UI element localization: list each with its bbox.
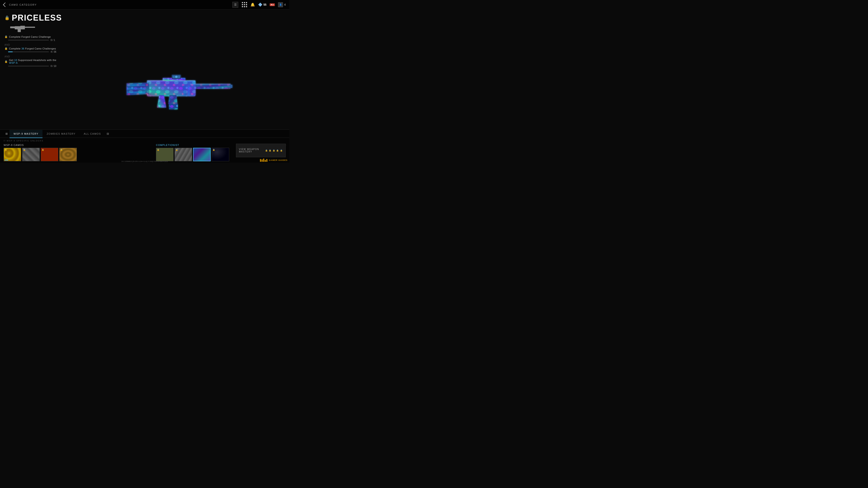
completionist-label: COMPLETIONIST (156, 144, 229, 147)
progress-bar-bg-3 (8, 66, 49, 66)
svg-rect-5 (20, 26, 25, 27)
back-arrow-icon (3, 2, 7, 7)
challenge-item-2: 🔒 Complete 36 Forged Camo Challenges 4 /… (4, 47, 63, 53)
svg-point-23 (175, 76, 178, 78)
cod-points: 55 (258, 3, 266, 7)
unlocks-header: // WSP-9 SPECIFIC UNLOCKS (4, 140, 286, 142)
page-title: CAMO CATEGORY (9, 3, 37, 6)
and-label-2: AND (4, 55, 63, 58)
weapon-preview-svg (113, 55, 244, 118)
header-right: ☰ 🔔 55 R3 👤 4 (232, 2, 286, 8)
challenge-text-1: Complete Forged Camo Challenge (9, 35, 51, 38)
weapon-icon (9, 24, 36, 33)
challenge-item-1: 🔒 Complete Forged Camo Challenge 0 / 1 (4, 35, 63, 41)
menu-icon[interactable]: ☰ (232, 2, 238, 8)
mastery-lock-4: 🔒 (276, 149, 279, 152)
notification-icon[interactable]: 🔔 (250, 2, 255, 7)
completionist-thumb-1[interactable]: 🔒 (156, 148, 174, 161)
tab-prev-arrow[interactable]: ⊞ (4, 132, 9, 135)
priceless-title-row: 🔒 PRICELESS (4, 13, 63, 23)
bottom-panel: ⊞ WSP-9 MASTERY ZOMBIES MASTERY ALL CAMO… (0, 129, 289, 163)
bar-1 (260, 159, 261, 162)
completionist-section: COMPLETIONIST 🔒 🔒 🔒 (156, 144, 229, 161)
camo-lock-4: 🔒 (60, 149, 63, 151)
svg-rect-27 (147, 80, 195, 81)
header: CAMO CATEGORY ☰ 🔔 55 R3 👤 4 (0, 0, 289, 9)
svg-rect-25 (188, 86, 190, 96)
camo-thumb-3[interactable]: 🔒 (41, 148, 58, 161)
tab-all-camos[interactable]: ALL CAMOS (80, 130, 105, 138)
svg-rect-1 (15, 26, 25, 29)
wsp9-camos-grid: 🔒 🔒 🔒 🔒 (4, 148, 151, 161)
player-info: 👤 4 (278, 2, 286, 7)
unlocks-row: WSP-9 CAMOS 🔒 🔒 🔒 🔒 (4, 144, 286, 161)
unlocks-section: // WSP-9 SPECIFIC UNLOCKS WSP-9 CAMOS 🔒 … (0, 138, 289, 163)
tab-zombies-mastery[interactable]: ZOMBIES MASTERY (42, 130, 80, 138)
view-weapon-mastery-button[interactable]: VIEW WEAPON MASTERY 🔒 🔒 🔒 🔒 🔒 (236, 144, 286, 157)
camo-thumb-2[interactable]: 🔒 (22, 148, 40, 161)
svg-rect-12 (190, 84, 230, 89)
header-left: CAMO CATEGORY (4, 3, 37, 6)
gamer-guides-text: GAMER GUIDES (269, 159, 287, 161)
completionist-thumb-4[interactable]: 🔒 (212, 148, 229, 161)
svg-rect-28 (190, 84, 230, 85)
mastery-lock-row: 🔒 🔒 🔒 🔒 🔒 (265, 149, 283, 152)
lock-icon-c3: 🔒 (4, 60, 8, 63)
camo-thumb-4[interactable]: 🔒 (59, 148, 77, 161)
progress-bar-bg-2 (8, 52, 49, 52)
lock-icon-c1: 🔒 (4, 35, 8, 38)
priceless-lock-icon: 🔒 (4, 15, 9, 20)
svg-rect-4 (19, 29, 21, 32)
cod-diamond-icon (258, 3, 262, 7)
grid-view-icon[interactable] (241, 2, 247, 8)
mastery-lock-5: 🔒 (280, 149, 283, 152)
weapon-silhouette (9, 24, 63, 32)
wsp9-camos-label: WSP-9 CAMOS (4, 144, 151, 147)
lock-icon-c2: 🔒 (4, 47, 8, 50)
completionist-thumb-3[interactable] (193, 148, 211, 161)
bar-3 (263, 159, 264, 162)
mastery-lock-3: 🔒 (273, 149, 276, 152)
camo-title: PRICELESS (12, 13, 62, 23)
gun-container (113, 55, 244, 118)
challenge-text-3: Get 10 Suppressed Headshots with the WSP… (9, 59, 63, 64)
svg-rect-26 (230, 85, 232, 88)
view-mastery-label: VIEW WEAPON MASTERY (239, 148, 265, 153)
progress-text-3: 0 / 10 (51, 65, 56, 67)
camo-lock-2: 🔒 (23, 149, 26, 151)
svg-rect-17 (127, 92, 145, 93)
bar-4 (265, 160, 266, 162)
tab-wsp9-mastery[interactable]: WSP-9 MASTERY (9, 130, 42, 138)
challenge-text-2: Complete 36 Forged Camo Challenges (9, 47, 56, 50)
svg-rect-15 (127, 84, 145, 86)
comp-lock-4: 🔒 (213, 149, 215, 151)
back-button[interactable] (4, 3, 7, 6)
svg-rect-2 (10, 26, 16, 28)
progress-bar-bg-1 (8, 40, 49, 40)
comp-lock-2: 🔒 (176, 149, 178, 151)
completionist-camos-grid: 🔒 🔒 🔒 (156, 148, 229, 161)
camo-thumb-1[interactable]: 🔒 (4, 148, 21, 161)
mastery-lock-1: 🔒 (265, 149, 268, 152)
progress-text-2: 4 / 36 (51, 51, 56, 53)
camo-equip-dot-1 (4, 160, 8, 160)
camo-lock-1: 🔒 (4, 149, 7, 151)
debug-info: 10.2.16588623 [53:255:11104+11:A] 17:200… (121, 161, 168, 162)
bar-5 (266, 159, 268, 162)
progress-bar-fill-2 (8, 52, 13, 52)
gamer-guides-logo (260, 159, 268, 162)
svg-rect-24 (183, 86, 186, 96)
wsp9-camos-section: WSP-9 CAMOS 🔒 🔒 🔒 🔒 (4, 144, 151, 161)
tab-next-arrow[interactable]: ⊟ (105, 132, 111, 135)
battle-pass-badge: R3 (270, 3, 275, 6)
challenge-item-3: 🔒 Get 10 Suppressed Headshots with the W… (4, 59, 63, 67)
and-label-1: AND (4, 43, 63, 46)
svg-rect-16 (127, 88, 145, 90)
completionist-thumb-2[interactable]: 🔒 (175, 148, 192, 161)
svg-rect-18 (169, 104, 178, 109)
comp-lock-1: 🔒 (157, 149, 159, 151)
gamer-guides-watermark: GAMER GUIDES (260, 159, 287, 162)
bar-2 (261, 160, 263, 162)
camo-lock-3: 🔒 (41, 149, 44, 151)
mastery-lock-2: 🔒 (269, 149, 272, 152)
